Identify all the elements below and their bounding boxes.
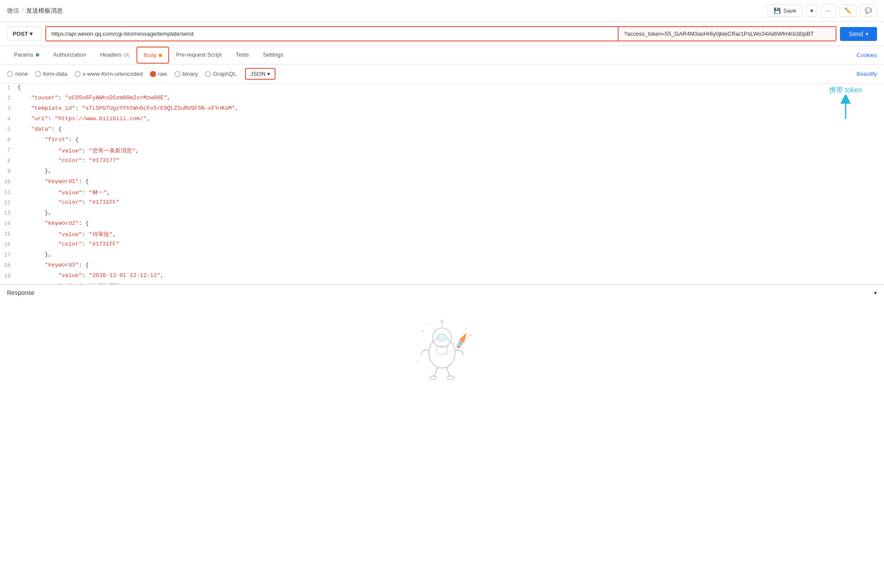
code-line: 16 "color": "#1731FF" bbox=[0, 240, 884, 251]
svg-point-15 bbox=[418, 361, 419, 362]
format-raw[interactable]: raw bbox=[150, 71, 167, 77]
tab-headers-label: Headers bbox=[100, 51, 122, 58]
code-line: 4 "url": "https://www.bilibili.com/", bbox=[0, 115, 884, 125]
line-number: 10 bbox=[0, 178, 17, 185]
form-data-label: form-data bbox=[43, 71, 68, 77]
comment-icon-button[interactable]: 💬 bbox=[860, 4, 877, 17]
binary-label: binary bbox=[183, 71, 198, 77]
save-dropdown-button[interactable]: ▾ bbox=[806, 4, 817, 17]
code-line: 5 "data": { bbox=[0, 125, 884, 136]
line-content: }, bbox=[17, 168, 884, 174]
code-line: 2 "touser": "oC0So6FyAWhsDSzm80m2xrMzw98… bbox=[0, 94, 884, 105]
json-dropdown-icon: ▾ bbox=[267, 71, 270, 77]
line-number: 6 bbox=[0, 136, 17, 143]
header-actions: 💾 Save ▾ ··· ✏️ 💬 bbox=[767, 4, 877, 18]
code-line: 3 "template_id": "sTLSPG7UgzYfhtWnGcFo5r… bbox=[0, 105, 884, 115]
line-content: "color": "#1731FF" bbox=[17, 283, 884, 284]
code-line: 20 "color": "#1731FF" bbox=[0, 282, 884, 284]
code-line: 15 "value": "待审批", bbox=[0, 230, 884, 240]
line-number: 3 bbox=[0, 105, 17, 112]
edit-icon-button[interactable]: ✏️ bbox=[840, 4, 857, 17]
svg-point-6 bbox=[447, 376, 454, 379]
tab-authorization-label: Authorization bbox=[53, 51, 86, 58]
code-line: 11 "value": "林一", bbox=[0, 188, 884, 199]
breadcrumb-page: 发送模板消息 bbox=[26, 7, 63, 15]
url-bar: POST ▾ Send ▾ bbox=[0, 22, 884, 46]
json-type-dropdown[interactable]: JSON ▾ bbox=[245, 68, 275, 80]
format-row: none form-data x-www-form-urlencoded raw… bbox=[0, 64, 884, 84]
params-dot bbox=[36, 53, 39, 57]
tab-headers[interactable]: Headers (9) bbox=[93, 46, 137, 64]
line-content: "color": "#173177" bbox=[17, 157, 884, 164]
line-content: }, bbox=[17, 210, 884, 216]
tab-pre-request[interactable]: Pre-request Script bbox=[169, 46, 229, 64]
save-label: Save bbox=[783, 7, 796, 14]
tab-settings[interactable]: Settings bbox=[256, 46, 290, 64]
raw-radio[interactable] bbox=[150, 71, 156, 77]
tab-body[interactable]: Body bbox=[136, 47, 169, 64]
line-number: 4 bbox=[0, 115, 17, 122]
code-editor[interactable]: 1{2 "touser": "oC0So6FyAWhsDSzm80m2xrMzw… bbox=[0, 84, 884, 284]
binary-radio[interactable] bbox=[174, 71, 180, 77]
none-radio[interactable] bbox=[7, 71, 13, 77]
line-content: "value": "您有一条新消息", bbox=[17, 147, 884, 155]
headers-count: (9) bbox=[124, 52, 129, 57]
beautify-label: Beautify bbox=[857, 71, 877, 77]
code-line: 7 "value": "您有一条新消息", bbox=[0, 146, 884, 157]
none-label: none bbox=[15, 71, 28, 77]
tab-tests[interactable]: Tests bbox=[229, 46, 256, 64]
save-button[interactable]: 💾 Save bbox=[767, 4, 803, 17]
line-content: "value": "2038-13-01 12:12:12", bbox=[17, 272, 884, 279]
svg-point-4 bbox=[438, 334, 446, 341]
format-none[interactable]: none bbox=[7, 71, 28, 77]
header-bar: 微信 / 发送模板消息 💾 Save ▾ ··· ✏️ 💬 bbox=[0, 0, 884, 22]
line-number: 12 bbox=[0, 199, 17, 206]
breadcrumb-app: 微信 bbox=[7, 7, 19, 15]
line-content: "keyword3": { bbox=[17, 262, 884, 268]
line-content: "color": "#1731FF" bbox=[17, 199, 884, 206]
response-bar[interactable]: Response ▾ bbox=[0, 284, 884, 301]
line-content: "touser": "oC0So6FyAWhsDSzm80m2xrMzw98E"… bbox=[17, 95, 884, 101]
graphql-label: GraphQL bbox=[213, 71, 236, 77]
url-base-input[interactable] bbox=[46, 27, 618, 41]
tab-settings-label: Settings bbox=[263, 51, 283, 58]
code-area: 携带 token 1{2 "touser": "oC0So6FyAWhsDSzm… bbox=[0, 84, 884, 284]
send-label: Send bbox=[849, 30, 863, 37]
cookies-link[interactable]: Cookies bbox=[857, 47, 877, 64]
format-binary[interactable]: binary bbox=[174, 71, 198, 77]
tab-authorization[interactable]: Authorization bbox=[46, 46, 93, 64]
beautify-button[interactable]: Beautify bbox=[857, 71, 877, 77]
line-content: "keyword1": { bbox=[17, 178, 884, 185]
line-content: "value": "待审批", bbox=[17, 230, 884, 238]
line-number: 9 bbox=[0, 168, 17, 175]
format-form-data[interactable]: form-data bbox=[35, 71, 68, 77]
graphql-radio[interactable] bbox=[205, 71, 211, 77]
line-content: "url": "https://www.bilibili.com/", bbox=[17, 115, 884, 122]
line-content: "value": "林一", bbox=[17, 189, 884, 196]
tabs-row: Params Authorization Headers (9) Body Pr… bbox=[0, 46, 884, 64]
svg-point-13 bbox=[466, 328, 467, 330]
send-button[interactable]: Send ▾ bbox=[840, 27, 877, 41]
response-body bbox=[0, 301, 884, 396]
response-collapse-icon: ▾ bbox=[874, 290, 877, 296]
format-urlencoded[interactable]: x-www-form-urlencoded bbox=[75, 71, 143, 77]
urlencoded-label: x-www-form-urlencoded bbox=[83, 71, 143, 77]
tab-params[interactable]: Params bbox=[7, 46, 46, 64]
astronaut-illustration bbox=[398, 309, 486, 388]
line-number: 17 bbox=[0, 251, 17, 258]
urlencoded-radio[interactable] bbox=[75, 71, 81, 77]
url-params-input[interactable] bbox=[618, 27, 836, 41]
line-number: 14 bbox=[0, 220, 17, 227]
more-button[interactable]: ··· bbox=[821, 4, 836, 18]
format-graphql[interactable]: GraphQL bbox=[205, 71, 236, 77]
json-type-label: JSON bbox=[250, 71, 265, 77]
method-select[interactable]: POST ▾ bbox=[7, 27, 42, 41]
line-content: "data": { bbox=[17, 126, 884, 132]
save-icon: 💾 bbox=[774, 7, 781, 14]
line-number: 19 bbox=[0, 272, 17, 279]
tab-pre-request-label: Pre-request Script bbox=[176, 51, 222, 58]
body-dot bbox=[159, 54, 162, 57]
form-data-radio[interactable] bbox=[35, 71, 41, 77]
code-line: 9 }, bbox=[0, 167, 884, 178]
line-number: 16 bbox=[0, 241, 17, 248]
